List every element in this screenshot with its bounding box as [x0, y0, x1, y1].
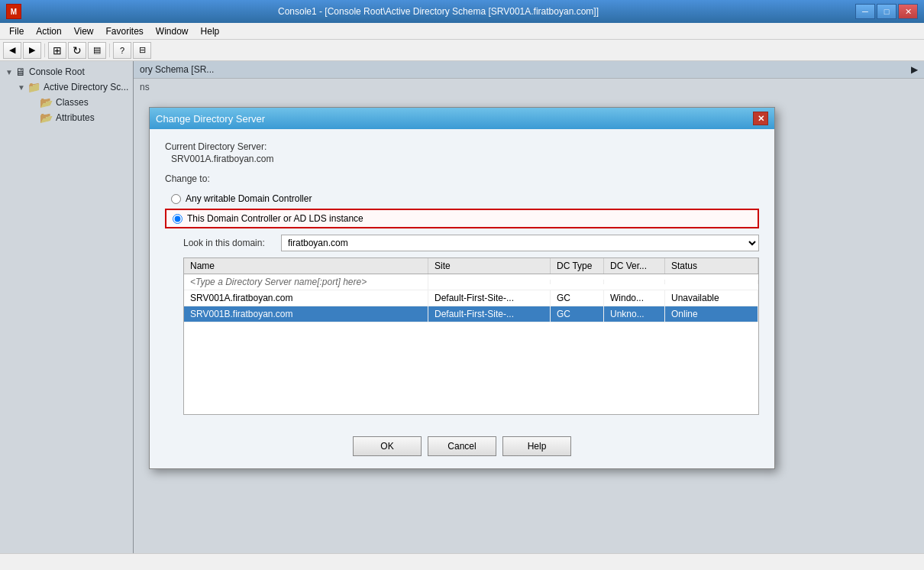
- menu-file[interactable]: File: [3, 23, 30, 40]
- col-header-site: Site: [428, 258, 551, 274]
- main-area: ▼ 🖥 Console Root ▼ 📁 Active Directory Sc…: [0, 61, 924, 553]
- radio-any-label: Any writable Domain Controller: [186, 193, 312, 204]
- radio-group: Any writable Domain Controller This Doma…: [165, 190, 759, 228]
- toolbar-help[interactable]: ?: [113, 42, 131, 59]
- cell-site-1: Default-First-Site-...: [428, 290, 551, 306]
- app-icon: M: [6, 4, 21, 19]
- cell-site-2: Default-First-Site-...: [428, 306, 551, 322]
- cell-name-1: SRV001A.firatboyan.com: [184, 290, 428, 306]
- toolbar: ◀ ▶ ⊞ ↻ ▤ ? ⊟: [0, 40, 924, 61]
- toolbar-separator-1: [44, 44, 45, 57]
- status-bar: [0, 553, 924, 570]
- cell-dctype-1: GC: [551, 290, 604, 306]
- menu-action[interactable]: Action: [30, 23, 67, 40]
- change-to-label: Change to:: [165, 173, 759, 184]
- toolbar-extra[interactable]: ⊟: [133, 42, 151, 59]
- domain-select[interactable]: firatboyan.com: [281, 235, 759, 251]
- current-server-label: Current Directory Server:: [165, 141, 759, 152]
- toolbar-refresh[interactable]: ↻: [68, 42, 86, 59]
- col-header-name: Name: [184, 258, 428, 274]
- window-title: Console1 - [Console Root\Active Director…: [21, 6, 855, 17]
- cell-status-1: Unavailable: [665, 290, 758, 306]
- dialog-close-button[interactable]: ✕: [753, 112, 768, 125]
- col-header-dcver: DC Ver...: [604, 258, 665, 274]
- radio-this-dc[interactable]: This Domain Controller or AD LDS instanc…: [165, 209, 759, 228]
- dialog-title: Change Directory Server: [156, 113, 265, 125]
- menu-help[interactable]: Help: [195, 23, 226, 40]
- menu-bar: File Action View Favorites Window Help: [0, 23, 924, 40]
- toolbar-up[interactable]: ⊞: [48, 42, 66, 59]
- menu-window[interactable]: Window: [150, 23, 195, 40]
- look-in-label: Look in this domain:: [183, 238, 275, 248]
- current-server-value: SRV001A.firatboyan.com: [165, 154, 759, 164]
- menu-favorites[interactable]: Favorites: [100, 23, 150, 40]
- minimize-button[interactable]: ─: [855, 4, 875, 19]
- radio-any-input[interactable]: [171, 194, 181, 204]
- dialog-body: Current Directory Server: SRV001A.firatb…: [150, 129, 774, 427]
- menu-view[interactable]: View: [68, 23, 100, 40]
- title-bar: M Console1 - [Console Root\Active Direct…: [0, 0, 924, 23]
- cell-dcver-0: [604, 280, 665, 284]
- col-header-status: Status: [665, 258, 758, 274]
- col-header-dctype: DC Type: [551, 258, 604, 274]
- cell-dcver-1: Windo...: [604, 290, 665, 306]
- radio-this-input[interactable]: [173, 214, 183, 224]
- domain-row: Look in this domain: firatboyan.com: [165, 235, 759, 251]
- table-row[interactable]: SRV001A.firatboyan.com Default-First-Sit…: [184, 290, 758, 306]
- table-row[interactable]: SRV001B.firatboyan.com Default-First-Sit…: [184, 306, 758, 322]
- server-table: Name Site DC Type DC Ver... Status <Type…: [183, 257, 759, 415]
- toolbar-back[interactable]: ◀: [3, 42, 21, 59]
- cancel-button[interactable]: Cancel: [428, 436, 496, 456]
- dialog-footer: OK Cancel Help: [150, 427, 774, 468]
- radio-this-label: This Domain Controller or AD LDS instanc…: [187, 213, 363, 224]
- table-empty-space: [184, 322, 758, 414]
- cell-site-0: [428, 280, 551, 284]
- ok-button[interactable]: OK: [353, 436, 422, 456]
- toolbar-list[interactable]: ▤: [88, 42, 106, 59]
- cell-status-0: [665, 280, 758, 284]
- table-row[interactable]: <Type a Directory Server name[:port] her…: [184, 274, 758, 290]
- cell-dctype-2: GC: [551, 306, 604, 322]
- change-directory-server-dialog: Change Directory Server ✕ Current Direct…: [149, 107, 775, 469]
- table-header: Name Site DC Type DC Ver... Status: [184, 258, 758, 274]
- window-controls: ─ □ ✕: [855, 4, 918, 19]
- table-body: <Type a Directory Server name[:port] her…: [184, 274, 758, 414]
- cell-dcver-2: Unkno...: [604, 306, 665, 322]
- radio-any-writable[interactable]: Any writable Domain Controller: [165, 190, 759, 207]
- toolbar-separator-2: [109, 44, 110, 57]
- cell-dctype-0: [551, 280, 604, 284]
- close-button[interactable]: ✕: [898, 4, 918, 19]
- dialog-overlay: Change Directory Server ✕ Current Direct…: [0, 61, 924, 553]
- cell-status-2: Online: [665, 306, 758, 322]
- help-button[interactable]: Help: [502, 436, 571, 456]
- toolbar-forward[interactable]: ▶: [23, 42, 41, 59]
- maximize-button[interactable]: □: [877, 4, 897, 19]
- cell-name-0: <Type a Directory Server name[:port] her…: [184, 274, 428, 290]
- dialog-title-bar: Change Directory Server ✕: [150, 108, 774, 129]
- cell-name-2: SRV001B.firatboyan.com: [184, 306, 428, 322]
